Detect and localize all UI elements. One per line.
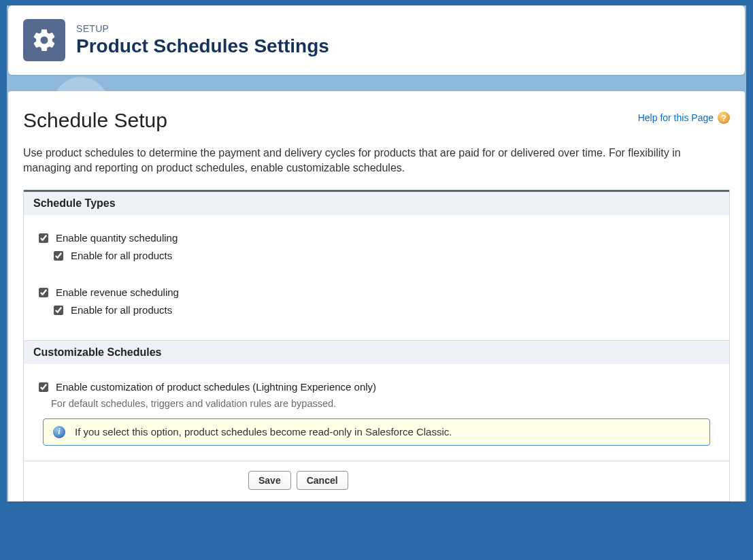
- cancel-button[interactable]: Cancel: [297, 471, 348, 490]
- settings-panel: Schedule Types Enable quantity schedulin…: [23, 190, 730, 501]
- info-text: If you select this option, product sched…: [75, 426, 452, 438]
- help-link-label: Help for this Page: [638, 112, 714, 123]
- info-box-customization: i If you select this option, product sch…: [43, 418, 710, 446]
- page-intro: Use product schedules to determine the p…: [23, 146, 730, 176]
- page-header: SETUP Product Schedules Settings: [8, 5, 745, 75]
- section-heading-schedule-types: Schedule Types: [24, 192, 729, 215]
- page-title: Schedule Setup: [23, 109, 167, 132]
- section-body-schedule-types: Enable quantity scheduling Enable for al…: [24, 215, 729, 340]
- hint-customization: For default schedules, triggers and vali…: [51, 398, 717, 409]
- header-eyebrow: SETUP: [76, 23, 329, 34]
- help-for-this-page-link[interactable]: Help for this Page ?: [638, 112, 730, 124]
- help-icon: ?: [718, 112, 730, 124]
- info-icon: i: [53, 426, 65, 438]
- button-bar: Save Cancel: [24, 461, 729, 501]
- section-body-customizable: Enable customization of product schedule…: [24, 364, 729, 461]
- save-button[interactable]: Save: [248, 471, 291, 490]
- label-enable-customization: Enable customization of product schedule…: [56, 381, 376, 393]
- header-title: Product Schedules Settings: [76, 35, 329, 57]
- checkbox-revenue-enable-all-products[interactable]: [54, 306, 63, 315]
- label-enable-revenue-scheduling: Enable revenue scheduling: [56, 286, 179, 298]
- body-card: Schedule Setup Help for this Page ? Use …: [8, 91, 745, 501]
- label-revenue-enable-all-products: Enable for all products: [71, 304, 172, 316]
- checkbox-enable-quantity-scheduling[interactable]: [39, 233, 48, 243]
- gear-icon: [23, 19, 65, 61]
- checkbox-enable-customization[interactable]: [39, 382, 48, 392]
- header-text: SETUP Product Schedules Settings: [76, 23, 329, 57]
- label-quantity-enable-all-products: Enable for all products: [71, 250, 172, 261]
- checkbox-quantity-enable-all-products[interactable]: [54, 251, 63, 261]
- label-enable-quantity-scheduling: Enable quantity scheduling: [56, 232, 178, 244]
- checkbox-enable-revenue-scheduling[interactable]: [39, 288, 48, 297]
- section-heading-customizable: Customizable Schedules: [24, 341, 729, 364]
